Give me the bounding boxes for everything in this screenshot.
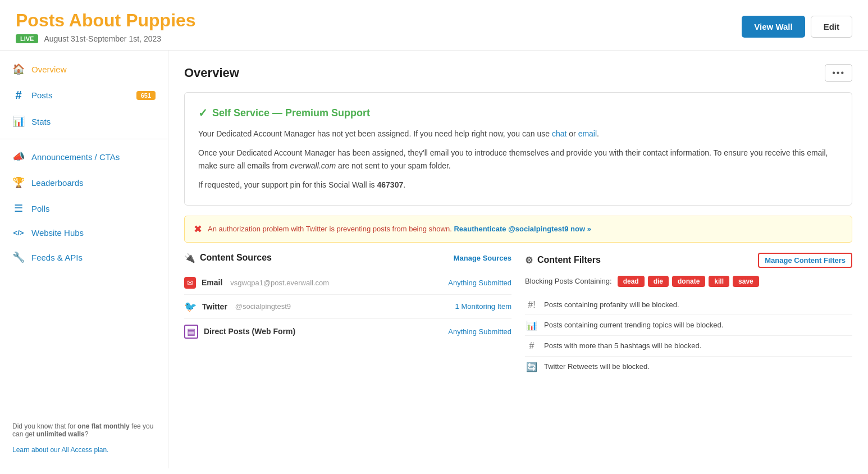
email-source-status: Anything Submitted (448, 279, 511, 287)
blocking-label: Blocking Posts Containing: (525, 277, 612, 285)
twitter-icon: 🐦 (184, 300, 197, 313)
source-left-form: ▤ Direct Posts (Web Form) (184, 325, 295, 339)
content-filters-section: ⚙ Content Filters Manage Content Filters… (525, 253, 852, 377)
warning-bar: ✖ An authorization problem with Twitter … (184, 216, 852, 243)
retweet-icon: 🔄 (525, 362, 538, 372)
filters-heading: Content Filters (537, 255, 601, 265)
website-hubs-icon: </> (12, 229, 25, 237)
email-source-detail: vsgwqpa1@post.everwall.com (230, 279, 329, 287)
sidebar-footer-text1: Did you know that for one flat monthly f… (12, 422, 153, 438)
header-buttons: View Wall Edit (742, 16, 852, 38)
profanity-rule-text: Posts containing profanity will be block… (544, 299, 679, 311)
sidebar-item-feeds-apis[interactable]: 🔧 Feeds & APIs (0, 244, 168, 270)
tag-die[interactable]: die (648, 276, 669, 287)
tag-dead[interactable]: dead (618, 276, 645, 287)
manage-content-filters-link[interactable]: Manage Content Filters (758, 253, 852, 268)
source-row-twitter: 🐦 Twitter @socialpingtest9 1 Monitoring … (184, 295, 511, 319)
blocking-tags-row: Blocking Posts Containing: dead die dona… (525, 276, 852, 287)
sidebar: 🏠 Overview # Posts 651 📊 Stats 📣 Announc… (0, 51, 168, 468)
self-service-para1: Your Dedicated Account Manager has not y… (198, 127, 838, 140)
tag-kill[interactable]: kill (709, 276, 729, 287)
hash-icon: # (12, 89, 25, 102)
sidebar-label-overview: Overview (31, 65, 156, 74)
filters-header: ⚙ Content Filters Manage Content Filters (525, 253, 852, 268)
warning-text: An authorization problem with Twitter is… (208, 225, 591, 233)
sidebar-item-leaderboards[interactable]: 🏆 Leaderboards (0, 170, 168, 195)
home-icon: 🏠 (12, 63, 25, 75)
chat-link[interactable]: chat (552, 129, 567, 138)
manage-sources-link[interactable]: Manage Sources (454, 254, 511, 262)
source-left-twitter: 🐦 Twitter @socialpingtest9 (184, 300, 291, 313)
content-title: Overview (184, 66, 239, 80)
sidebar-label-website-hubs: Website Hubs (31, 228, 156, 238)
form-icon: ▤ (184, 325, 198, 339)
date-range: August 31st-September 1st, 2023 (44, 34, 161, 43)
all-access-link[interactable]: Learn about our All Access plan. (12, 446, 108, 454)
email-source-name: Email (202, 278, 222, 287)
tag-donate[interactable]: donate (672, 276, 705, 287)
plug-icon: 🔌 (184, 253, 195, 263)
sidebar-label-posts: Posts (31, 90, 130, 100)
sidebar-label-polls: Polls (31, 204, 156, 213)
content-sources-section: 🔌 Content Sources Manage Sources ✉ Email… (184, 253, 511, 377)
sidebar-divider (0, 139, 168, 139)
filter-rule-profanity: #! Posts containing profanity will be bl… (525, 295, 852, 316)
trending-icon: 📊 (525, 320, 538, 331)
sidebar-item-posts[interactable]: # Posts 651 (0, 82, 168, 108)
twitter-source-status: 1 Monitoring Item (455, 302, 511, 311)
self-service-para2: Once your Dedicated Account Manager has … (198, 147, 838, 172)
self-service-title: ✓ Self Service — Premium Support (198, 106, 838, 120)
announcements-icon: 📣 (12, 151, 25, 163)
source-row-form: ▤ Direct Posts (Web Form) Anything Submi… (184, 319, 511, 344)
trending-rule-text: Posts containing current trending topics… (544, 320, 723, 331)
sources-heading: Content Sources (200, 253, 272, 263)
stats-icon: 📊 (12, 115, 25, 127)
sidebar-item-stats[interactable]: 📊 Stats (0, 108, 168, 134)
filter-rule-hashtags: # Posts with more than 5 hashtags will b… (525, 336, 852, 357)
warning-icon: ✖ (194, 223, 202, 235)
filter-rule-retweets: 🔄 Twitter Retweets will be blocked. (525, 357, 852, 377)
reauthenticate-link[interactable]: Reauthenticate @socialpingtest9 now » (454, 225, 591, 233)
feeds-apis-icon: 🔧 (12, 251, 25, 263)
two-column-section: 🔌 Content Sources Manage Sources ✉ Email… (184, 253, 852, 377)
sidebar-item-announcements[interactable]: 📣 Announcements / CTAs (0, 144, 168, 170)
edit-button[interactable]: Edit (811, 16, 852, 38)
profanity-icon: #! (525, 300, 538, 310)
sources-title: 🔌 Content Sources (184, 253, 272, 263)
sources-header: 🔌 Content Sources Manage Sources (184, 253, 511, 263)
sidebar-item-website-hubs[interactable]: </> Website Hubs (0, 221, 168, 244)
hashtag-icon: # (525, 341, 538, 351)
email-link[interactable]: email (578, 129, 597, 138)
check-icon: ✓ (198, 106, 208, 120)
header-meta: LIVE August 31st-September 1st, 2023 (16, 34, 196, 43)
form-source-status: Anything Submitted (448, 327, 511, 336)
header-left: Posts About Puppies LIVE August 31st-Sep… (16, 10, 196, 43)
main-layout: 🏠 Overview # Posts 651 📊 Stats 📣 Announc… (0, 51, 868, 468)
page-header: Posts About Puppies LIVE August 31st-Sep… (0, 0, 868, 51)
filters-title: ⚙ Content Filters (525, 255, 601, 266)
leaderboards-icon: 🏆 (12, 176, 25, 189)
sidebar-label-stats: Stats (31, 117, 156, 126)
self-service-heading: Self Service — Premium Support (212, 107, 370, 119)
sidebar-footer: Did you know that for one flat monthly f… (0, 413, 168, 463)
source-row-email: ✉ Email vsgwqpa1@post.everwall.com Anyth… (184, 271, 511, 295)
sidebar-label-leaderboards: Leaderboards (31, 178, 156, 188)
sidebar-label-feeds-apis: Feeds & APIs (31, 253, 156, 262)
email-icon: ✉ (184, 277, 196, 289)
sidebar-label-announcements: Announcements / CTAs (31, 152, 156, 162)
gear-icon: ⚙ (525, 255, 533, 266)
source-left-email: ✉ Email vsgwqpa1@post.everwall.com (184, 277, 329, 289)
content-header: Overview ••• (184, 64, 852, 82)
hashtags-rule-text: Posts with more than 5 hashtags will be … (544, 340, 701, 352)
twitter-source-detail: @socialpingtest9 (235, 302, 291, 311)
twitter-source-name: Twitter (202, 302, 227, 311)
tag-save[interactable]: save (733, 276, 759, 287)
self-service-card: ✓ Self Service — Premium Support Your De… (184, 92, 852, 206)
self-service-pin: If requested, your support pin for this … (198, 179, 838, 191)
form-source-name: Direct Posts (Web Form) (204, 327, 295, 336)
view-wall-button[interactable]: View Wall (742, 16, 805, 38)
sidebar-item-polls[interactable]: ☰ Polls (0, 195, 168, 221)
more-options-button[interactable]: ••• (825, 64, 852, 82)
sidebar-item-overview[interactable]: 🏠 Overview (0, 56, 168, 82)
live-badge: LIVE (16, 34, 38, 43)
